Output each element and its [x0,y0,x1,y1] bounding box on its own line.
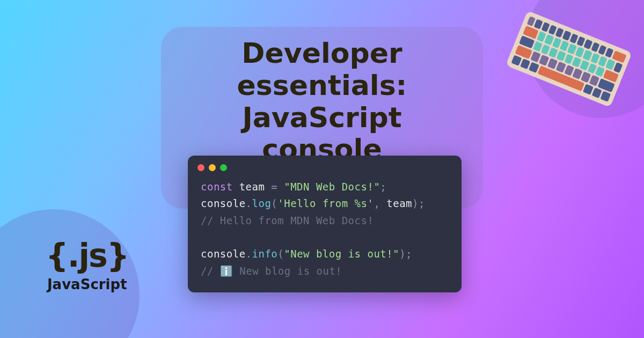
code-blank-line [201,229,449,246]
code-line-2: console.log('Hello from %s', team); [201,195,449,212]
javascript-badge: {.js} JavaScript [46,237,129,292]
code-line-5: console.info("New blog is out!"); [201,246,449,262]
code-block: const team = "MDN Web Docs!"; console.lo… [188,179,462,280]
code-window: const team = "MDN Web Docs!"; console.lo… [188,156,462,292]
js-logo-text: {.js} [46,237,129,274]
window-traffic-lights [188,164,462,179]
code-line-6: // ℹ️ New blog is out! [201,263,449,280]
minimize-icon [209,164,216,171]
js-label: JavaScript [46,276,129,292]
code-line-1: const team = "MDN Web Docs!"; [201,179,449,195]
close-icon [197,164,204,171]
code-line-3: // Hello from MDN Web Docs! [201,212,449,229]
maximize-icon [220,164,227,171]
